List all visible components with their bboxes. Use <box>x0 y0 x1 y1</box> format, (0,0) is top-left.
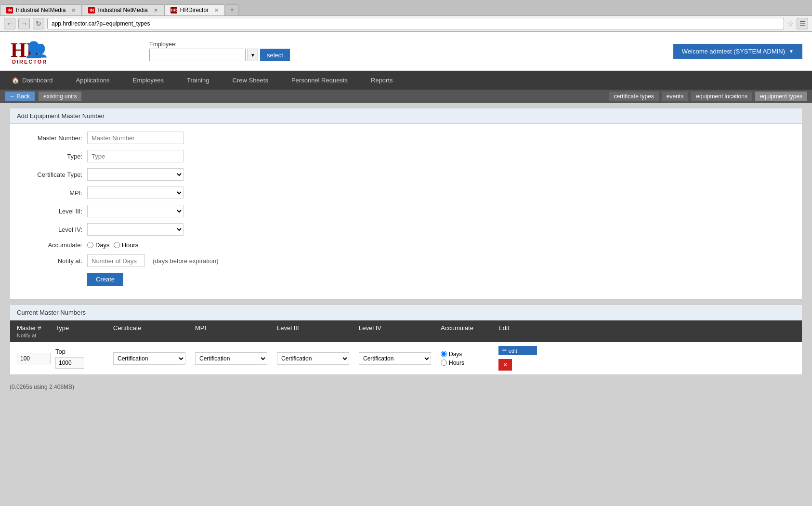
events-link[interactable]: events <box>662 92 688 101</box>
employee-input-row: ▼ select <box>149 49 290 61</box>
level4-label: Level IV: <box>20 226 82 233</box>
table-section: Current Master Numbers Master # Notify a… <box>10 305 802 375</box>
tab-close-1[interactable]: ✕ <box>71 7 76 13</box>
row-cert-cell: Certification <box>113 352 195 365</box>
browser-toolbar: ← → ↻ ☆ ☰ <box>0 15 812 31</box>
row-level3-select[interactable]: Certification <box>277 352 349 365</box>
nav-crew-sheets[interactable]: Crew Sheets <box>221 71 280 90</box>
certificate-type-row: Certificate Type: <box>20 168 792 181</box>
notify-label: Notify at: <box>20 257 82 265</box>
table-row: Top Certification Certification Certific… <box>10 342 802 374</box>
existing-units-link[interactable]: existing units <box>39 92 81 101</box>
svg-text:DIRECTOR: DIRECTOR <box>12 59 47 65</box>
nav-dashboard[interactable]: 🏠 Dashboard <box>0 71 65 90</box>
nav-employees-label: Employees <box>133 77 164 84</box>
col-header-accum: Accumulate <box>441 324 473 332</box>
tab-close-2[interactable]: ✕ <box>154 7 158 13</box>
row-edit-cell: ✏ edit ✕ <box>498 346 537 371</box>
accumulate-days-radio[interactable] <box>87 242 93 248</box>
type-label: Type: <box>20 153 82 160</box>
certificate-types-link[interactable]: certificate types <box>609 92 658 101</box>
col-header-mpi: MPI <box>195 324 206 332</box>
row-cert-select[interactable]: Certification <box>113 352 185 365</box>
home-icon: 🏠 <box>12 77 19 84</box>
form-body: Master Number: Type: Certificate Type: M… <box>10 124 802 299</box>
select-button[interactable]: select <box>260 49 290 61</box>
accumulate-hours-label: Hours <box>122 241 139 249</box>
bookmark-icon[interactable]: ☆ <box>787 19 794 28</box>
employee-dropdown-btn[interactable]: ▼ <box>248 49 258 61</box>
master-number-input[interactable] <box>87 132 183 144</box>
row-accum-days-option[interactable]: Days <box>441 351 498 358</box>
notify-row: Notify at: (days before expiration) <box>20 254 792 267</box>
browser-tab-1[interactable]: IN Industrial NetMedia ✕ <box>0 4 82 15</box>
employee-search-area: Employee: ▼ select <box>149 41 290 61</box>
col-header-edit-cell: Edit <box>498 324 537 338</box>
col-header-type-cell: Type <box>55 324 113 338</box>
secondary-nav: ← Back existing units certificate types … <box>0 90 812 103</box>
row-accum-hours-label: Hours <box>449 360 464 366</box>
browser-tab-3[interactable]: HR HRDirector ✕ <box>164 4 225 15</box>
back-nav-btn[interactable]: ← <box>4 18 15 29</box>
col-header-mpi-cell: MPI <box>195 324 277 338</box>
reload-btn[interactable]: ↻ <box>33 18 44 29</box>
row-level4-select[interactable]: Certification <box>359 352 431 365</box>
row-master-input[interactable] <box>17 353 51 364</box>
nav-training[interactable]: Training <box>175 71 221 90</box>
row-accum-days-label: Days <box>449 351 462 358</box>
notify-input[interactable] <box>87 254 145 267</box>
back-button[interactable]: ← Back <box>5 92 35 101</box>
form-section-header: Add Equipment Master Number <box>10 108 802 124</box>
tab-label-1: Industrial NetMedia <box>16 7 65 13</box>
nav-personnel-requests-label: Personnel Requests <box>291 77 348 84</box>
master-number-row: Master Number: <box>20 132 792 144</box>
tab-close-3[interactable]: ✕ <box>214 7 219 13</box>
row-notify-input[interactable] <box>55 357 84 369</box>
row-delete-button[interactable]: ✕ <box>498 359 512 371</box>
equipment-types-link[interactable]: equipment types <box>755 92 807 101</box>
nav-employees[interactable]: Employees <box>121 71 175 90</box>
row-level4-cell: Certification <box>359 352 441 365</box>
accumulate-hours-option[interactable]: Hours <box>114 241 139 249</box>
nav-personnel-requests[interactable]: Personnel Requests <box>280 71 359 90</box>
col-header-cert-cell: Certificate <box>113 324 195 338</box>
certificate-type-select[interactable] <box>87 168 183 181</box>
row-edit-button[interactable]: ✏ edit <box>498 346 537 355</box>
col-header-level4-cell: Level IV <box>359 324 441 338</box>
footer: (0.0265s using 2.406MB) <box>0 380 812 394</box>
app-logo: HR 👤 👤 DIRECTOR <box>10 37 48 66</box>
forward-nav-btn[interactable]: → <box>18 18 30 29</box>
type-input[interactable] <box>87 150 183 162</box>
accumulate-hours-radio[interactable] <box>114 242 120 248</box>
welcome-button[interactable]: Welcome admtest (SYSTEM ADMIN) ▼ <box>673 44 802 59</box>
col-header-level3: Level III <box>277 324 299 332</box>
edit-icon: ✏ <box>502 347 507 354</box>
equipment-locations-link[interactable]: equipment locations <box>691 92 752 101</box>
row-mpi-select[interactable]: Certification <box>195 352 267 365</box>
level4-select[interactable] <box>87 223 183 236</box>
address-bar[interactable] <box>47 18 784 29</box>
row-accum-hours-option[interactable]: Hours <box>441 360 498 366</box>
nav-reports[interactable]: Reports <box>359 71 405 90</box>
accumulate-days-option[interactable]: Days <box>87 241 110 249</box>
tab-icon-3: HR <box>170 7 177 13</box>
nav-crew-sheets-label: Crew Sheets <box>233 77 268 84</box>
accumulate-days-label: Days <box>95 241 110 249</box>
mpi-select[interactable] <box>87 186 183 199</box>
form-section-title: Add Equipment Master Number <box>17 112 105 120</box>
app-header: HR 👤 👤 DIRECTOR Employee: ▼ select Welco… <box>0 32 812 71</box>
browser-tab-2[interactable]: IN Industrial NetMedia ✕ <box>82 4 164 15</box>
new-tab-btn[interactable]: + <box>225 4 239 15</box>
col-header-type: Type <box>55 324 69 332</box>
row-accum-days-radio[interactable] <box>441 351 447 357</box>
level3-select[interactable] <box>87 205 183 217</box>
master-number-label: Master Number: <box>20 134 82 142</box>
nav-applications[interactable]: Applications <box>65 71 121 90</box>
menu-btn[interactable]: ☰ <box>797 18 808 29</box>
row-accum-hours-radio[interactable] <box>441 360 447 366</box>
accumulate-row: Accumulate: Days Hours <box>20 241 792 249</box>
row-type-cell: Top <box>55 348 113 369</box>
employee-input[interactable] <box>149 49 246 61</box>
accumulate-label: Accumulate: <box>20 241 82 249</box>
create-button[interactable]: Create <box>87 273 123 286</box>
